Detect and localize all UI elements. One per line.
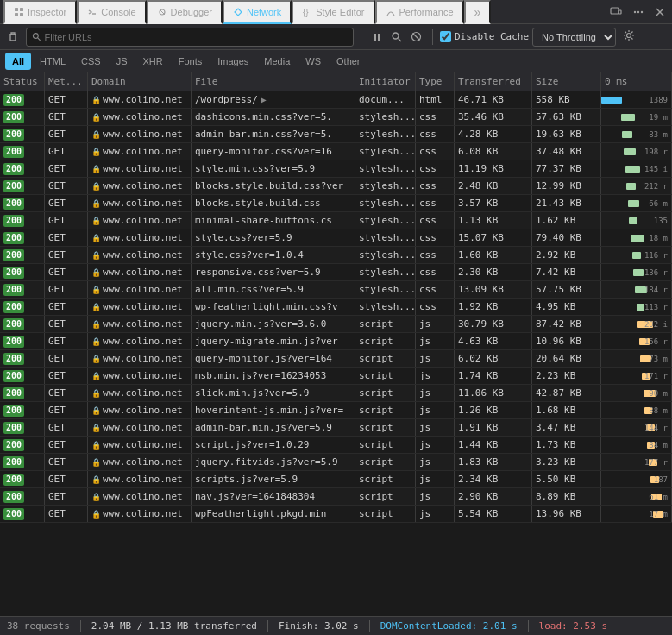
cell-size: 4.95 KB xyxy=(532,299,601,315)
table-row[interactable]: 200 GET 🔒www.colino.net blocks.style.bui… xyxy=(0,195,672,212)
col-header-size[interactable]: Size xyxy=(532,72,601,91)
table-row[interactable]: 200 GET 🔒www.colino.net query-monitor.cs… xyxy=(0,143,672,160)
cell-waterfall: 212 r xyxy=(601,178,672,194)
table-row[interactable]: 200 GET 🔒www.colino.net jquery.fitvids.j… xyxy=(0,454,672,471)
settings-button[interactable] xyxy=(619,28,638,46)
type-filter-all[interactable]: All xyxy=(5,53,31,70)
table-row[interactable]: 200 GET 🔒www.colino.net msb.min.js?ver=1… xyxy=(0,368,672,385)
svg-point-12 xyxy=(641,10,643,12)
tab-performance[interactable]: Performance xyxy=(375,0,464,24)
cell-method: GET xyxy=(45,229,88,246)
type-filter-html[interactable]: HTML xyxy=(33,53,72,70)
lock-icon: 🔒 xyxy=(91,510,101,519)
table-row[interactable]: 200 GET 🔒www.colino.net /wordpress/ ▶ do… xyxy=(0,91,672,109)
type-filter-fonts[interactable]: Fonts xyxy=(172,53,210,70)
col-header-method[interactable]: Met... xyxy=(45,72,88,91)
tab-overflow[interactable]: » xyxy=(464,0,492,24)
cell-status: 200 xyxy=(0,91,45,108)
search-button[interactable] xyxy=(387,29,405,44)
cell-waterfall: 144 r xyxy=(601,419,672,436)
responsive-mode-button[interactable] xyxy=(606,4,625,20)
type-filter-js[interactable]: JS xyxy=(110,53,135,70)
overflow-icon: » xyxy=(474,5,481,19)
time-label: 135 xyxy=(654,217,669,225)
cell-waterfall: 66 m xyxy=(601,195,672,211)
lock-icon: 🔒 xyxy=(91,251,101,260)
table-row[interactable]: 200 GET 🔒www.colino.net jquery.min.js?ve… xyxy=(0,316,672,333)
table-row[interactable]: 200 GET 🔒www.colino.net wp-featherlight.… xyxy=(0,299,672,316)
table-row[interactable]: 200 GET 🔒www.colino.net responsive.css?v… xyxy=(0,264,672,281)
cell-initiator: stylesh... xyxy=(355,212,416,229)
table-row[interactable]: 200 GET 🔒www.colino.net style.min.css?ve… xyxy=(0,160,672,178)
type-filter-images[interactable]: Images xyxy=(210,53,255,70)
table-row[interactable]: 200 GET 🔒www.colino.net dashicons.min.cs… xyxy=(0,109,672,126)
cell-status: 200 xyxy=(0,368,45,384)
type-filter-other[interactable]: Other xyxy=(330,53,367,70)
tab-debugger-label: Debugger xyxy=(171,7,212,17)
console-icon xyxy=(87,7,97,17)
throttle-select[interactable]: No Throttling xyxy=(532,28,616,47)
clear-requests-button[interactable] xyxy=(3,29,22,45)
disable-cache-checkbox[interactable] xyxy=(440,31,451,42)
col-header-type[interactable]: Type xyxy=(416,72,455,91)
tab-console[interactable]: Console xyxy=(77,0,146,24)
table-row[interactable]: 200 GET 🔒www.colino.net query-monitor.js… xyxy=(0,350,672,368)
cell-type: css xyxy=(416,247,455,263)
filter-input[interactable] xyxy=(45,32,348,42)
table-row[interactable]: 200 GET 🔒www.colino.net admin-bar.min.cs… xyxy=(0,126,672,143)
cell-waterfall: 145 i xyxy=(601,160,672,177)
block-url-button[interactable] xyxy=(407,29,425,44)
cell-type: css xyxy=(416,109,455,125)
col-header-file[interactable]: File xyxy=(192,72,355,91)
more-options-button[interactable] xyxy=(629,4,648,20)
cell-size: 42.87 KB xyxy=(532,385,601,401)
type-filter-css[interactable]: CSS xyxy=(74,53,108,70)
table-row[interactable]: 200 GET 🔒www.colino.net wpFeatherlight.p… xyxy=(0,506,672,523)
svg-rect-8 xyxy=(611,8,619,14)
tab-inspector[interactable]: Inspector xyxy=(3,0,77,24)
cell-transferred: 4.63 KB xyxy=(455,333,532,349)
tab-debugger[interactable]: Debugger xyxy=(147,0,223,24)
cell-initiator: stylesh... xyxy=(355,281,416,298)
pause-recording-button[interactable] xyxy=(368,30,386,44)
cell-waterfall: 61 m xyxy=(601,488,672,505)
table-row[interactable]: 200 GET 🔒www.colino.net hoverintent-js.m… xyxy=(0,402,672,419)
close-button[interactable] xyxy=(651,5,669,19)
table-row[interactable]: 200 GET 🔒www.colino.net minimal-share-bu… xyxy=(0,212,672,229)
tab-network[interactable]: Network xyxy=(223,0,292,24)
cell-size: 57.75 KB xyxy=(532,281,601,298)
lock-icon: 🔒 xyxy=(91,130,101,139)
type-filter-media[interactable]: Media xyxy=(257,53,297,70)
cell-initiator: script xyxy=(355,316,416,332)
col-header-domain[interactable]: Domain xyxy=(88,72,192,91)
table-row[interactable]: 200 GET 🔒www.colino.net script.js?ver=1.… xyxy=(0,437,672,454)
table-row[interactable]: 200 GET 🔒www.colino.net slick.min.js?ver… xyxy=(0,385,672,402)
table-row[interactable]: 200 GET 🔒www.colino.net nav.js?ver=16418… xyxy=(0,488,672,506)
table-row[interactable]: 200 GET 🔒www.colino.net style.css?ver=1.… xyxy=(0,247,672,264)
table-row[interactable]: 200 GET 🔒www.colino.net blocks.style.bui… xyxy=(0,178,672,195)
cell-domain: 🔒www.colino.net xyxy=(88,160,192,177)
table-row[interactable]: 200 GET 🔒www.colino.net all.min.css?ver=… xyxy=(0,281,672,299)
table-row[interactable]: 200 GET 🔒www.colino.net style.css?ver=5.… xyxy=(0,229,672,247)
cell-initiator: script xyxy=(355,385,416,401)
tab-style-editor[interactable]: {} Style Editor xyxy=(292,0,374,24)
lock-icon: 🔒 xyxy=(91,234,101,242)
waterfall-bar xyxy=(622,131,632,138)
disable-cache-label[interactable]: Disable Cache xyxy=(440,31,529,42)
col-header-status[interactable]: Status xyxy=(0,72,45,91)
type-filter-xhr[interactable]: XHR xyxy=(135,53,169,70)
cell-transferred: 11.19 KB xyxy=(455,160,532,177)
col-header-transferred[interactable]: Transferred xyxy=(455,72,532,91)
table-row[interactable]: 200 GET 🔒www.colino.net admin-bar.min.js… xyxy=(0,419,672,437)
filter-action-icons xyxy=(368,29,425,44)
separator-2 xyxy=(432,29,433,45)
col-header-initiator[interactable]: Initiator xyxy=(355,72,416,91)
col-header-time[interactable]: 0 ms xyxy=(601,72,672,91)
table-row[interactable]: 200 GET 🔒www.colino.net scripts.js?ver=5… xyxy=(0,471,672,488)
cell-size: 1.73 KB xyxy=(532,437,601,453)
type-filter-ws[interactable]: WS xyxy=(298,53,328,70)
svg-point-20 xyxy=(393,33,399,39)
table-row[interactable]: 200 GET 🔒www.colino.net jquery-migrate.m… xyxy=(0,333,672,350)
cell-type: js xyxy=(416,419,455,436)
status-bar: 38 requests 2.04 MB / 1.13 MB transferre… xyxy=(0,616,672,635)
